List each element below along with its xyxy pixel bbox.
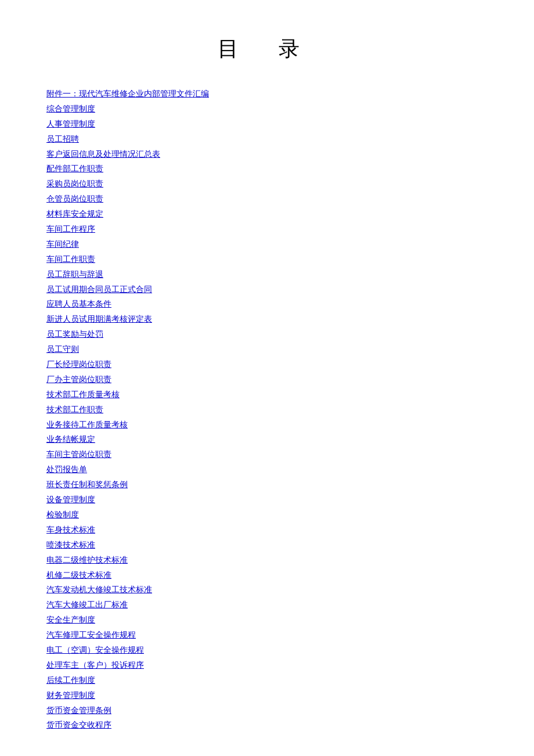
toc-item: 配件部工作职责 bbox=[46, 161, 488, 177]
toc-item: 设备管理制度 bbox=[46, 492, 488, 507]
toc-item: 车身技术标准 bbox=[46, 523, 488, 538]
toc-link-31[interactable]: 电器二级维护技术标准 bbox=[46, 556, 128, 564]
toc-link-10[interactable]: 车间纪律 bbox=[46, 240, 79, 249]
toc-link-39[interactable]: 后续工作制度 bbox=[46, 676, 95, 685]
toc-item: 技术部工作质量考核 bbox=[46, 387, 488, 402]
toc-item: 客户返回信息及处理情况汇总表 bbox=[46, 147, 488, 162]
toc-item: 电器二级维护技术标准 bbox=[46, 553, 488, 568]
toc-link-28[interactable]: 检验制度 bbox=[46, 510, 79, 519]
toc-link-21[interactable]: 技术部工作职责 bbox=[46, 405, 103, 414]
toc-link-29[interactable]: 车身技术标准 bbox=[46, 525, 95, 534]
toc-link-11[interactable]: 车间工作职责 bbox=[46, 255, 95, 264]
toc-link-41[interactable]: 货币资金管理条例 bbox=[46, 706, 111, 715]
toc-link-4[interactable]: 客户返回信息及处理情况汇总表 bbox=[46, 150, 160, 159]
toc-link-27[interactable]: 设备管理制度 bbox=[46, 495, 95, 504]
toc-link-23[interactable]: 业务结帐规定 bbox=[46, 435, 95, 444]
toc-link-16[interactable]: 员工奖励与处罚 bbox=[46, 330, 103, 339]
toc-link-6[interactable]: 采购员岗位职责 bbox=[46, 179, 103, 188]
toc-item: 人事管理制度 bbox=[46, 117, 488, 132]
toc-link-7[interactable]: 仓管员岗位职责 bbox=[46, 195, 103, 203]
toc-item: 车间工作程序 bbox=[46, 222, 488, 237]
toc-item: 新进人员试用期满考核评定表 bbox=[46, 312, 488, 327]
toc-item: 车间纪律 bbox=[46, 237, 488, 252]
toc-link-5[interactable]: 配件部工作职责 bbox=[46, 164, 103, 173]
toc-item: 技术部工作职责 bbox=[46, 402, 488, 417]
toc-link-9[interactable]: 车间工作程序 bbox=[46, 225, 95, 233]
toc-link-42[interactable]: 货币资金交收程序 bbox=[46, 721, 111, 729]
toc-item: 员工招聘 bbox=[46, 132, 488, 147]
toc-item: 处理车主（客户）投诉程序 bbox=[46, 658, 488, 673]
toc-item: 员工守则 bbox=[46, 342, 488, 357]
toc-list: 附件一：现代汽车维修企业内部管理文件汇编综合管理制度人事管理制度员工招聘客户返回… bbox=[46, 87, 488, 733]
toc-link-19[interactable]: 厂办主管岗位职责 bbox=[46, 375, 111, 384]
toc-item: 厂长经理岗位职责 bbox=[46, 357, 488, 372]
toc-link-22[interactable]: 业务接待工作质量考核 bbox=[46, 420, 128, 429]
toc-item: 处罚报告单 bbox=[46, 462, 488, 477]
toc-link-36[interactable]: 汽车修理工安全操作规程 bbox=[46, 631, 136, 639]
toc-item: 电工（空调）安全操作规程 bbox=[46, 643, 488, 658]
toc-item: 应聘人员基本条件 bbox=[46, 297, 488, 312]
toc-link-38[interactable]: 处理车主（客户）投诉程序 bbox=[46, 661, 144, 669]
toc-item: 机修二级技术标准 bbox=[46, 568, 488, 583]
toc-item: 货币资金管理条例 bbox=[46, 703, 488, 718]
page-title: 目 录 bbox=[46, 35, 488, 63]
toc-item: 喷漆技术标准 bbox=[46, 538, 488, 553]
toc-item: 员工试用期合同员工正式合同 bbox=[46, 282, 488, 297]
toc-item: 业务接待工作质量考核 bbox=[46, 417, 488, 433]
toc-item: 汽车大修竣工出厂标准 bbox=[46, 597, 488, 613]
toc-link-25[interactable]: 处罚报告单 bbox=[46, 465, 87, 474]
toc-link-32[interactable]: 机修二级技术标准 bbox=[46, 571, 111, 579]
toc-item: 仓管员岗位职责 bbox=[46, 192, 488, 207]
toc-item: 财务管理制度 bbox=[46, 688, 488, 703]
toc-item: 车间主管岗位职责 bbox=[46, 447, 488, 462]
toc-link-24[interactable]: 车间主管岗位职责 bbox=[46, 450, 111, 459]
toc-item: 后续工作制度 bbox=[46, 673, 488, 688]
toc-link-18[interactable]: 厂长经理岗位职责 bbox=[46, 360, 111, 369]
toc-link-20[interactable]: 技术部工作质量考核 bbox=[46, 390, 120, 399]
toc-link-37[interactable]: 电工（空调）安全操作规程 bbox=[46, 646, 144, 654]
toc-item: 厂办主管岗位职责 bbox=[46, 372, 488, 387]
toc-item: 采购员岗位职责 bbox=[46, 177, 488, 192]
toc-link-1[interactable]: 综合管理制度 bbox=[46, 105, 95, 113]
toc-item: 货币资金交收程序 bbox=[46, 718, 488, 733]
toc-link-13[interactable]: 员工试用期合同员工正式合同 bbox=[46, 285, 152, 294]
toc-link-12[interactable]: 员工辞职与辞退 bbox=[46, 270, 103, 279]
toc-link-0[interactable]: 附件一：现代汽车维修企业内部管理文件汇编 bbox=[46, 89, 209, 98]
toc-item: 汽车发动机大修竣工技术标准 bbox=[46, 582, 488, 597]
toc-link-2[interactable]: 人事管理制度 bbox=[46, 120, 95, 128]
toc-link-40[interactable]: 财务管理制度 bbox=[46, 691, 95, 700]
toc-item: 业务结帐规定 bbox=[46, 432, 488, 447]
toc-item: 汽车修理工安全操作规程 bbox=[46, 628, 488, 643]
toc-link-35[interactable]: 安全生产制度 bbox=[46, 615, 95, 624]
toc-link-26[interactable]: 班长责任制和奖惩条例 bbox=[46, 480, 128, 489]
toc-item: 员工奖励与处罚 bbox=[46, 327, 488, 342]
toc-item: 员工辞职与辞退 bbox=[46, 267, 488, 282]
toc-link-15[interactable]: 新进人员试用期满考核评定表 bbox=[46, 315, 152, 323]
toc-item: 附件一：现代汽车维修企业内部管理文件汇编 bbox=[46, 87, 488, 102]
toc-item: 车间工作职责 bbox=[46, 252, 488, 267]
toc-item: 安全生产制度 bbox=[46, 613, 488, 628]
toc-link-17[interactable]: 员工守则 bbox=[46, 345, 79, 354]
toc-link-33[interactable]: 汽车发动机大修竣工技术标准 bbox=[46, 585, 152, 594]
toc-item: 班长责任制和奖惩条例 bbox=[46, 477, 488, 492]
toc-item: 检验制度 bbox=[46, 507, 488, 523]
toc-item: 综合管理制度 bbox=[46, 102, 488, 117]
toc-item: 材料库安全规定 bbox=[46, 207, 488, 222]
toc-link-8[interactable]: 材料库安全规定 bbox=[46, 210, 103, 218]
toc-link-34[interactable]: 汽车大修竣工出厂标准 bbox=[46, 600, 128, 609]
toc-link-30[interactable]: 喷漆技术标准 bbox=[46, 541, 95, 549]
toc-link-3[interactable]: 员工招聘 bbox=[46, 135, 79, 143]
toc-link-14[interactable]: 应聘人员基本条件 bbox=[46, 300, 111, 308]
